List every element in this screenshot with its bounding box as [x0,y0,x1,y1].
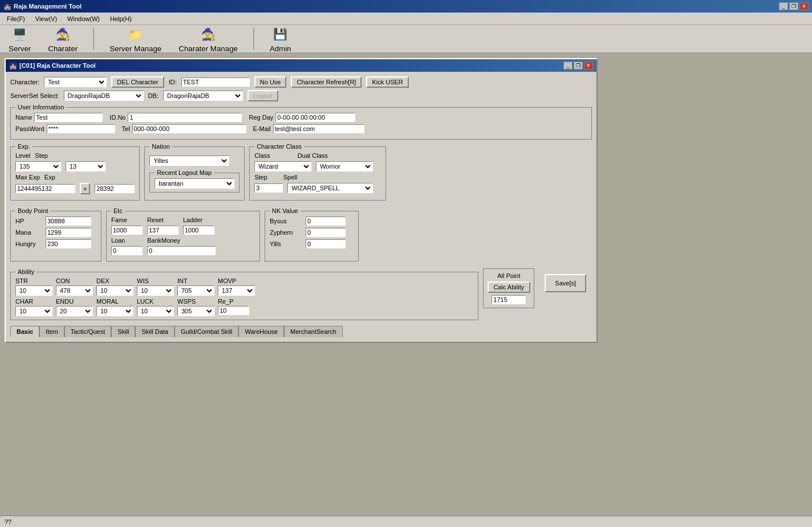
mana-input[interactable] [46,228,91,237]
dual-class-label: Dual Class [298,152,328,159]
tel-input[interactable] [132,124,246,133]
tab-warehouse[interactable]: WareHouse [238,326,284,337]
step-select[interactable]: 13 [66,161,105,171]
hp-input[interactable] [46,216,91,226]
app-minimize-btn[interactable]: _ [779,2,788,10]
loan-input[interactable] [111,246,143,255]
id-input[interactable] [181,77,250,87]
email-input[interactable] [273,124,364,133]
password-field: PassWord [15,124,115,133]
db-select[interactable]: DragonRajaDB [163,91,243,101]
user-info-row1: Name ID.No Reg Day [15,113,587,122]
step-label: Step [35,152,48,159]
re-p-input[interactable] [218,306,249,315]
tab-guild-combat[interactable]: Guild/Combat Skill [174,326,238,337]
tab-item[interactable]: Item [39,326,64,337]
character-label: Character: [10,79,39,85]
tab-skill-data[interactable]: Skill Data [135,326,174,337]
char-class-legend: Character Class [254,143,304,150]
name-input[interactable] [34,113,103,122]
password-label: PassWord [15,125,44,132]
zyphern-input[interactable] [306,228,346,237]
toolbar-charater-btn[interactable]: 🧙 Charater [44,23,82,55]
ability-section: Ability STR 10 CON 478 DEX 10 [10,268,592,324]
str-select[interactable]: 10 [15,285,52,296]
tab-basic[interactable]: Basic [10,326,39,337]
dual-class-select[interactable]: Worrior Wizard Archer [316,161,373,171]
wis-select[interactable]: 10 [137,285,174,296]
hungry-input[interactable] [46,239,91,248]
nation-group: Nation Yilles Bellatos Cora Recent Logou… [144,143,245,201]
tab-merchant-search[interactable]: MerchantSearch [284,326,343,337]
ladder-input[interactable] [183,226,214,235]
character-select[interactable]: Test [44,77,107,87]
toolbar-admin-btn[interactable]: 💾 Admin [266,23,295,55]
kick-user-btn[interactable]: Kick USER [366,76,408,88]
luck-select[interactable]: 10 [137,306,174,316]
toolbar-server-manage-btn[interactable]: 📁 Server Manage [105,23,165,55]
class-step-input[interactable] [254,183,283,193]
toolbar-server-manage-label: Server Manage [109,44,161,53]
menu-window[interactable]: Window(W) [63,14,104,23]
moral-select[interactable]: 10 [96,306,133,316]
menu-help[interactable]: Help(H) [105,14,136,23]
password-input[interactable] [47,124,115,133]
character-refresh-btn[interactable]: Character Refresh[R] [291,76,362,88]
movp-select[interactable]: 137 [218,285,255,296]
nation-select[interactable]: Yilles Bellatos Cora [149,156,229,166]
regday-input[interactable] [275,113,355,122]
ladder-label: Ladder [183,216,214,223]
tab-skill[interactable]: Skill [111,326,135,337]
save-btn[interactable]: Save[s] [545,274,586,292]
int-select[interactable]: 705 [177,285,214,296]
logout-btn[interactable]: Logout [247,90,278,101]
all-point-input[interactable] [492,295,526,304]
del-character-btn[interactable]: DEL Character [111,76,164,88]
app-close-btn[interactable]: ✕ [799,2,809,10]
recent-logout-select[interactable]: barantan [155,178,234,189]
hungry-row: Hungry [15,239,96,248]
char-select[interactable]: 10 [15,306,52,316]
inner-close-btn[interactable]: ✕ [584,62,593,70]
user-info-legend: User Information [15,104,66,111]
con-col: CON 478 [56,277,93,296]
reset-input[interactable] [147,226,178,235]
bysus-input[interactable] [306,216,346,226]
app-title: Raja Management Tool [14,3,82,10]
inner-restore-btn[interactable]: ❐ [574,62,583,70]
toolbar-charater-manage-btn[interactable]: 🧙 Charater Manage [174,23,242,55]
calc-ability-btn[interactable]: Calc Ability [488,281,530,293]
endu-select[interactable]: 20 [56,306,93,316]
spell-select[interactable]: WIZARD_SPELL WARRIOR_SPELL [287,183,373,193]
level-select[interactable]: 135 [15,161,61,171]
max-exp-input[interactable] [15,184,75,193]
fame-input[interactable] [111,226,143,235]
app-restore-btn[interactable]: ❐ [789,2,798,10]
exp-input[interactable] [95,184,135,193]
class-select[interactable]: Wizard Warrior Archer [254,161,311,171]
nk-value-group: NK Value Bysus Zyphern Yills [265,207,359,262]
etc-row3: Loan BankMoney [111,237,255,244]
toolbar-server-btn[interactable]: 🖥️ Server [5,23,35,55]
inner-titlebar: 🏰 [C01] Raja Character Tool _ ❐ ✕ [6,59,596,72]
con-select[interactable]: 478 [56,285,93,296]
no-use-btn[interactable]: No Use [254,76,287,88]
serverset-select[interactable]: DragonRajaDB [64,91,144,101]
main-area: 🏰 [C01] Raja Character Tool _ ❐ ✕ Charac… [0,54,812,348]
recent-logout-legend: Recent Logout Map [155,169,214,176]
yills-label: Yills [270,240,301,247]
app-win-controls: _ ❐ ✕ [779,2,809,10]
menu-view[interactable]: View(V) [31,14,62,23]
exp-arrow-btn[interactable]: » [80,183,90,194]
ability-legend: Ability [15,268,36,275]
bank-money-input[interactable] [147,246,216,255]
idno-input[interactable] [128,113,242,122]
yills-input[interactable] [306,239,346,248]
inner-minimize-btn[interactable]: _ [563,62,573,70]
tab-tactic-quest[interactable]: Tactic/Quest [64,326,112,337]
wsps-select[interactable]: 305 [177,306,214,316]
etc-row4 [111,246,255,255]
exp-row1: Level Step [15,152,135,159]
dex-select[interactable]: 10 [96,285,133,296]
menu-file[interactable]: File(F) [2,14,30,23]
